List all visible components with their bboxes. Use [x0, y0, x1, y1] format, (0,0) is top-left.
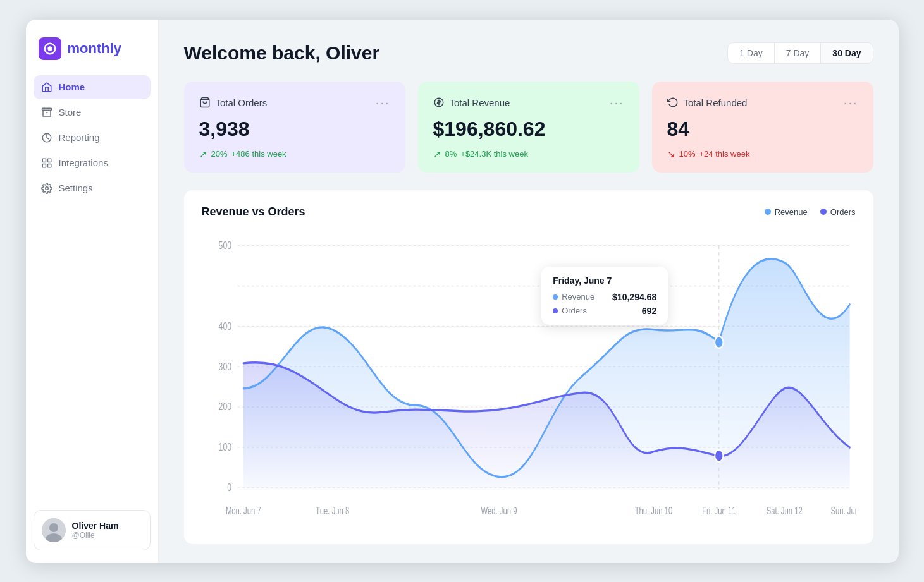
refunded-pct: 10% — [679, 149, 696, 159]
refunded-down-arrow: ↘ — [667, 149, 675, 160]
sidebar: monthly Home Store — [26, 20, 159, 563]
revenue-pct: 8% — [445, 149, 457, 159]
filter-30day[interactable]: 30 Day — [821, 43, 872, 63]
store-icon — [41, 107, 52, 118]
reporting-icon — [41, 132, 52, 143]
filter-1day[interactable]: 1 Day — [728, 43, 775, 63]
refunded-menu-button[interactable]: ··· — [844, 95, 858, 110]
avatar — [42, 518, 66, 542]
stat-card-refunded: Total Refunded ··· 84 ↘ 10% +24 this wee… — [652, 82, 873, 173]
svg-text:Sat. Jun 12: Sat. Jun 12 — [766, 505, 802, 516]
sidebar-item-integrations-label: Integrations — [59, 157, 108, 168]
main-content: Welcome back, Oliver 1 Day 7 Day 30 Day — [159, 20, 899, 563]
stat-card-orders-header: Total Orders ··· — [199, 95, 390, 110]
sidebar-item-store[interactable]: Store — [34, 100, 151, 124]
orders-abs: +486 this week — [231, 149, 286, 159]
orders-up-arrow: ↗ — [199, 149, 207, 160]
svg-rect-4 — [42, 159, 46, 162]
svg-text:Wed. Jun 9: Wed. Jun 9 — [481, 505, 517, 516]
chart-section: Revenue vs Orders Revenue Orders — [184, 190, 873, 544]
refunded-change: ↘ 10% +24 this week — [667, 149, 858, 160]
svg-text:0: 0 — [227, 480, 231, 493]
orders-menu-button[interactable]: ··· — [376, 95, 390, 110]
svg-text:Thu. Jun 10: Thu. Jun 10 — [634, 505, 672, 516]
stat-card-orders: Total Orders ··· 3,938 ↗ 20% +486 this w… — [184, 82, 405, 173]
chart-header: Revenue vs Orders Revenue Orders — [202, 205, 856, 219]
revenue-value: $196,860.62 — [433, 118, 624, 141]
refunded-label: Total Refunded — [667, 97, 748, 108]
revenue-icon — [433, 97, 445, 108]
stat-card-refunded-header: Total Refunded ··· — [667, 95, 858, 110]
svg-text:300: 300 — [218, 360, 231, 372]
logo-text: monthly — [68, 40, 122, 57]
integrations-icon — [41, 157, 52, 169]
logo-icon — [39, 37, 61, 60]
page-title: Welcome back, Oliver — [184, 42, 380, 64]
svg-text:200: 200 — [218, 400, 231, 413]
svg-text:Sun. Jun 13: Sun. Jun 13 — [830, 505, 855, 516]
orders-point — [715, 449, 723, 461]
legend-revenue-label: Revenue — [775, 207, 808, 217]
refunded-abs: +24 this week — [699, 149, 750, 159]
sidebar-item-integrations[interactable]: Integrations — [34, 151, 151, 175]
filter-7day[interactable]: 7 Day — [775, 43, 822, 63]
legend-revenue: Revenue — [765, 207, 808, 217]
sidebar-item-settings-label: Settings — [59, 183, 93, 193]
chart-svg: 500 400 300 200 100 0 — [202, 229, 856, 531]
chart-legend: Revenue Orders — [765, 207, 856, 217]
legend-orders-dot — [820, 209, 827, 215]
top-bar: Welcome back, Oliver 1 Day 7 Day 30 Day — [184, 42, 873, 64]
user-name: Oliver Ham — [72, 521, 119, 531]
orders-pct: 20% — [211, 149, 228, 159]
home-icon — [41, 82, 52, 93]
sidebar-item-store-label: Store — [59, 107, 82, 118]
svg-rect-7 — [47, 164, 51, 167]
svg-text:Mon. Jun 7: Mon. Jun 7 — [225, 505, 261, 516]
logo: monthly — [26, 20, 158, 75]
stat-card-revenue: Total Revenue ··· $196,860.62 ↗ 8% +$24.… — [418, 82, 639, 173]
revenue-change: ↗ 8% +$24.3K this week — [433, 149, 624, 160]
revenue-label: Total Revenue — [433, 97, 510, 108]
refunded-value: 84 — [667, 118, 858, 141]
svg-point-8 — [45, 186, 48, 190]
stat-cards: Total Orders ··· 3,938 ↗ 20% +486 this w… — [184, 82, 873, 173]
sidebar-item-home[interactable]: Home — [34, 75, 151, 99]
nav-menu: Home Store Reporting — [26, 75, 158, 500]
svg-text:Fri. Jun 11: Fri. Jun 11 — [702, 505, 736, 516]
legend-orders-label: Orders — [830, 207, 856, 217]
svg-point-1 — [47, 46, 52, 51]
time-filter-group: 1 Day 7 Day 30 Day — [727, 42, 873, 64]
legend-orders: Orders — [820, 207, 856, 217]
user-info: Oliver Ham @Ollie — [72, 521, 119, 540]
svg-point-10 — [49, 523, 58, 532]
svg-text:400: 400 — [218, 319, 231, 332]
orders-value: 3,938 — [199, 118, 390, 141]
svg-text:Tue. Jun 8: Tue. Jun 8 — [316, 505, 349, 516]
svg-text:100: 100 — [218, 440, 231, 453]
sidebar-item-reporting-label: Reporting — [59, 132, 100, 143]
stat-card-revenue-header: Total Revenue ··· — [433, 95, 624, 110]
user-profile[interactable]: Oliver Ham @Ollie — [34, 510, 151, 550]
orders-label: Total Orders — [199, 97, 268, 108]
svg-rect-6 — [42, 164, 46, 167]
orders-icon — [199, 97, 211, 108]
user-handle: @Ollie — [72, 531, 119, 540]
svg-rect-2 — [42, 108, 51, 110]
svg-rect-5 — [47, 159, 51, 162]
chart-container: 500 400 300 200 100 0 — [202, 229, 856, 531]
revenue-abs: +$24.3K this week — [460, 149, 528, 159]
sidebar-item-home-label: Home — [59, 82, 85, 92]
sidebar-item-reporting[interactable]: Reporting — [34, 126, 151, 150]
chart-title: Revenue vs Orders — [202, 205, 305, 219]
legend-revenue-dot — [765, 209, 771, 215]
revenue-up-arrow: ↗ — [433, 149, 441, 160]
revenue-menu-button[interactable]: ··· — [610, 95, 624, 110]
revenue-point — [715, 336, 723, 348]
settings-icon — [41, 183, 52, 194]
sidebar-item-settings[interactable]: Settings — [34, 176, 151, 200]
refunded-icon — [667, 97, 679, 108]
svg-text:500: 500 — [218, 238, 231, 251]
orders-change: ↗ 20% +486 this week — [199, 149, 390, 160]
